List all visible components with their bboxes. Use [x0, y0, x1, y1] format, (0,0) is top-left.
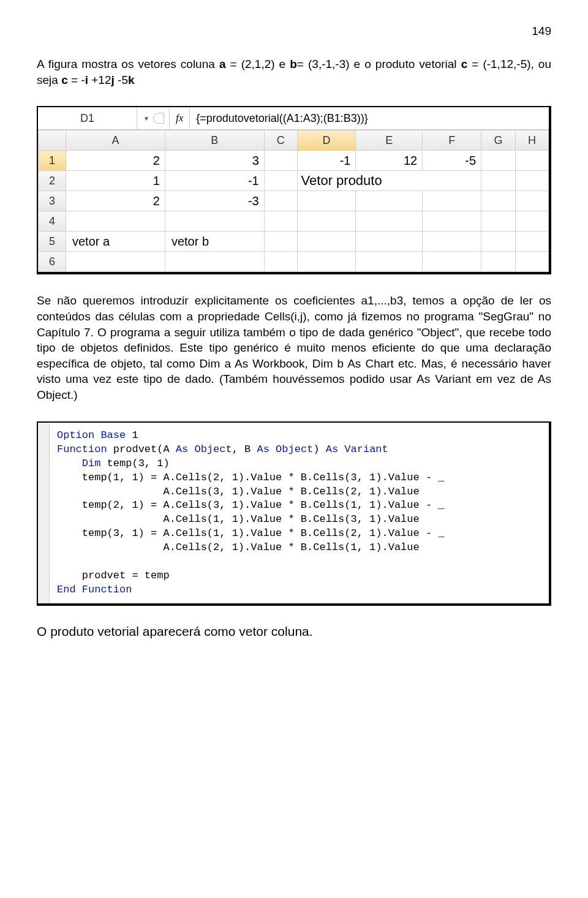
- row-header: 3: [39, 191, 66, 211]
- cell: [423, 232, 481, 252]
- sheet-row: 4: [39, 211, 549, 232]
- cell: [264, 151, 297, 171]
- row-header: 4: [39, 211, 66, 232]
- cell: [297, 191, 356, 211]
- code-margin: [38, 423, 50, 603]
- fb-circle-icon: [153, 113, 164, 124]
- cell: 12: [356, 151, 423, 171]
- col-header: E: [356, 130, 423, 151]
- cell: [356, 211, 423, 232]
- cell: [297, 211, 356, 232]
- formula-bar-buttons: ▼: [137, 107, 170, 129]
- cell: 2: [66, 151, 165, 171]
- cell: -1: [297, 151, 356, 171]
- body-paragraph: Se não queremos introduzir explicitament…: [37, 293, 551, 402]
- cell: [66, 211, 165, 232]
- cell: [264, 191, 297, 211]
- col-header: D: [297, 130, 356, 151]
- cell: [264, 232, 297, 252]
- cell: [481, 151, 516, 171]
- cell: [66, 252, 165, 272]
- sheet-row: 123-112-5: [39, 151, 549, 171]
- cell: [356, 191, 423, 211]
- cell: [516, 211, 549, 232]
- row-header: 1: [39, 151, 66, 171]
- cell: [423, 191, 481, 211]
- cell: [481, 232, 516, 252]
- cell: [423, 211, 481, 232]
- col-header: B: [165, 130, 264, 151]
- sheet-row: 6: [39, 252, 549, 272]
- cell: vetor b: [165, 232, 264, 252]
- cell: [264, 171, 297, 191]
- code-body: Option Base 1 Function prodvet(A As Obje…: [50, 423, 549, 603]
- cell: [481, 252, 516, 272]
- cell: [516, 232, 549, 252]
- cell: 1: [66, 171, 165, 191]
- cell: 2: [66, 191, 165, 211]
- vba-code-screenshot: Option Base 1 Function prodvet(A As Obje…: [37, 421, 551, 606]
- row-header: 5: [39, 232, 66, 252]
- cell: 3: [165, 151, 264, 171]
- cell: -5: [423, 151, 481, 171]
- column-header-row: ABCDEFGH: [39, 130, 549, 151]
- cell: [356, 232, 423, 252]
- col-header: G: [481, 130, 516, 151]
- cell: [516, 151, 549, 171]
- cell: [297, 252, 356, 272]
- col-header: H: [516, 130, 549, 151]
- cell: [165, 211, 264, 232]
- excel-screenshot: D1 ▼ fx {=produtovetorial((A1:A3);(B1:B3…: [37, 106, 551, 274]
- cell: [516, 171, 549, 191]
- cell: [516, 252, 549, 272]
- row-header: 2: [39, 171, 66, 191]
- cell: [481, 191, 516, 211]
- cell: -3: [165, 191, 264, 211]
- col-header: C: [264, 130, 297, 151]
- cell: [356, 252, 423, 272]
- sheet-row: 5vetor avetor b: [39, 232, 549, 252]
- corner-cell: [39, 130, 66, 151]
- name-box: D1: [38, 107, 137, 129]
- spreadsheet-grid: ABCDEFGH 123-112-521-1Vetor produto32-34…: [38, 130, 549, 272]
- cell: [423, 252, 481, 272]
- sheet-row: 32-3: [39, 191, 549, 211]
- cell: vetor a: [66, 232, 165, 252]
- cell: -1: [165, 171, 264, 191]
- col-header: F: [423, 130, 481, 151]
- cell: [264, 252, 297, 272]
- cell: [481, 171, 516, 191]
- fx-label: fx: [170, 107, 190, 129]
- cell: [165, 252, 264, 272]
- formula-bar: D1 ▼ fx {=produtovetorial((A1:A3);(B1:B3…: [38, 107, 549, 130]
- sheet-row: 21-1Vetor produto: [39, 171, 549, 191]
- cell: [516, 191, 549, 211]
- page-number: 149: [37, 25, 551, 38]
- dropdown-icon: ▼: [143, 115, 149, 122]
- formula-text: {=produtovetorial((A1:A3);(B1:B3))}: [190, 107, 549, 129]
- col-header: A: [66, 130, 165, 151]
- cell: [481, 211, 516, 232]
- cell: Vetor produto: [297, 171, 481, 191]
- closing-paragraph: O produto vetorial aparecerá como vetor …: [37, 624, 551, 639]
- cell: [264, 211, 297, 232]
- row-header: 6: [39, 252, 66, 272]
- intro-paragraph: A figura mostra os vetores coluna a = (2…: [37, 56, 551, 88]
- cell: [297, 232, 356, 252]
